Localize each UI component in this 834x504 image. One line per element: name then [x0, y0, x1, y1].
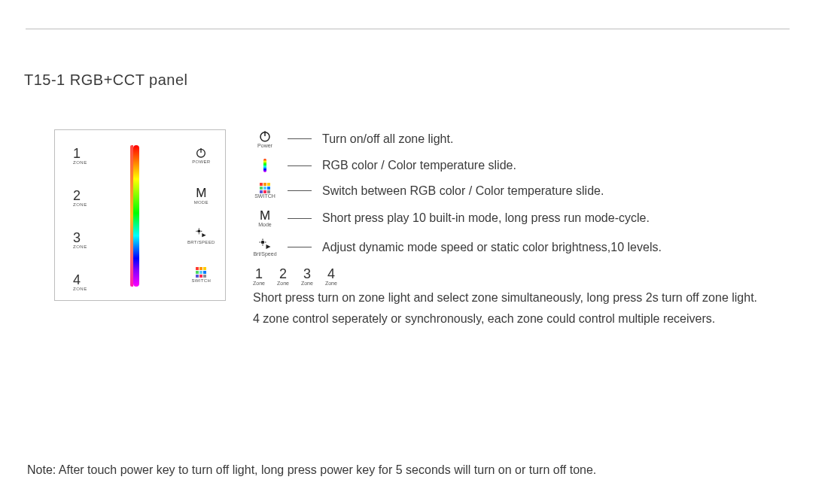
legend: Power Turn on/off all zone light. RGB co… [253, 129, 795, 328]
power-label: POWER [192, 159, 210, 164]
zone-number: 2 [279, 267, 287, 281]
brt-speed-label: BRT/SPEED [187, 240, 215, 244]
color-slider[interactable] [133, 145, 139, 287]
mode-label: MODE [194, 200, 208, 205]
brightness-speed-icon [195, 227, 207, 239]
power-icon [258, 129, 272, 143]
zone-label: Zone [277, 281, 289, 286]
legend-zone-1: 1 Zone [253, 267, 265, 286]
legend-text: Short press play 10 built-in mode, long … [322, 211, 650, 225]
zone-number: 2 [73, 189, 87, 202]
legend-row-mode: M Mode Short press play 10 built-in mode… [253, 209, 795, 227]
svg-marker-15 [266, 244, 271, 249]
legend-caption: Power [257, 143, 272, 148]
zone-description-line2: 4 zone control seperately or synchronous… [253, 310, 795, 328]
zone-4-button[interactable]: 4 ZONE [73, 273, 87, 291]
zone-label: ZONE [73, 160, 87, 165]
legend-zone-4: 4 Zone [325, 267, 337, 286]
zone-number: 4 [73, 273, 87, 287]
zone-number: 3 [73, 231, 87, 244]
switch-label: SWITCH [192, 278, 211, 283]
svg-point-2 [198, 229, 201, 232]
legend-caption: Brt/Speed [253, 251, 276, 257]
switch-button[interactable]: SWITCH [192, 267, 211, 283]
legend-text: Turn on/off all zone light. [322, 132, 453, 146]
legend-row-switch: SWITCH Switch between RGB color / Color … [253, 183, 795, 199]
legend-zones-row: 1 Zone 2 Zone 3 Zone 4 Zone [253, 267, 795, 286]
zone-number: 4 [327, 267, 335, 281]
power-icon [195, 147, 207, 159]
legend-zone-2: 2 Zone [277, 267, 289, 286]
zone-label: ZONE [73, 202, 87, 207]
mode-icon: M [260, 209, 270, 222]
note-label: Note: [27, 463, 56, 476]
legend-text: RGB color / Color temperature slide. [322, 159, 516, 172]
brt-speed-button[interactable]: BRT/SPEED [187, 227, 215, 244]
svg-point-10 [261, 241, 265, 244]
legend-dash [288, 165, 312, 166]
legend-caption: SWITCH [254, 193, 275, 199]
control-column: POWER M MODE BRT/SPEED [187, 147, 215, 283]
switch-icon [260, 183, 270, 193]
legend-row-slide: RGB color / Color temperature slide. [253, 159, 795, 172]
mode-icon: M [196, 187, 206, 199]
svg-marker-7 [202, 233, 206, 237]
zone-label: Zone [301, 281, 313, 286]
legend-dash [288, 218, 312, 219]
zone-description-line1: Short press turn on zone light and selec… [253, 289, 795, 307]
device-panel: 1 ZONE 2 ZONE 3 ZONE 4 ZONE [54, 129, 226, 301]
zone-1-button[interactable]: 1 ZONE [73, 147, 87, 165]
zone-label: ZONE [73, 244, 87, 249]
color-slide-icon [263, 159, 266, 172]
zone-3-button[interactable]: 3 ZONE [73, 231, 87, 249]
color-slider-accent [130, 145, 133, 287]
zone-label: Zone [325, 281, 337, 286]
switch-icon [196, 267, 206, 278]
legend-row-power: Power Turn on/off all zone light. [253, 129, 795, 148]
zone-number: 3 [303, 267, 311, 281]
legend-text: Adjust dynamic mode speed or static colo… [322, 241, 662, 254]
legend-text: Switch between RGB color / Color tempera… [322, 184, 604, 198]
zone-number: 1 [73, 147, 87, 160]
zone-column: 1 ZONE 2 ZONE 3 ZONE 4 ZONE [73, 147, 87, 291]
zone-label: Zone [253, 281, 265, 286]
legend-dash [288, 138, 312, 139]
legend-zone-3: 3 Zone [301, 267, 313, 286]
top-divider [26, 29, 790, 29]
zone-2-button[interactable]: 2 ZONE [73, 189, 87, 207]
note-text: After touch power key to turn off light,… [56, 463, 596, 476]
page-title: T15-1 RGB+CCT panel [24, 71, 188, 89]
legend-caption: Mode [258, 222, 272, 227]
zone-number: 1 [255, 267, 263, 281]
brightness-speed-icon [258, 238, 272, 251]
note: Note: After touch power key to turn off … [27, 463, 596, 477]
mode-button[interactable]: M MODE [194, 187, 208, 205]
power-button[interactable]: POWER [192, 147, 210, 164]
zone-label: ZONE [73, 287, 87, 291]
legend-row-brt: Brt/Speed Adjust dynamic mode speed or s… [253, 238, 795, 257]
legend-dash [288, 190, 312, 191]
legend-dash [288, 247, 312, 247]
